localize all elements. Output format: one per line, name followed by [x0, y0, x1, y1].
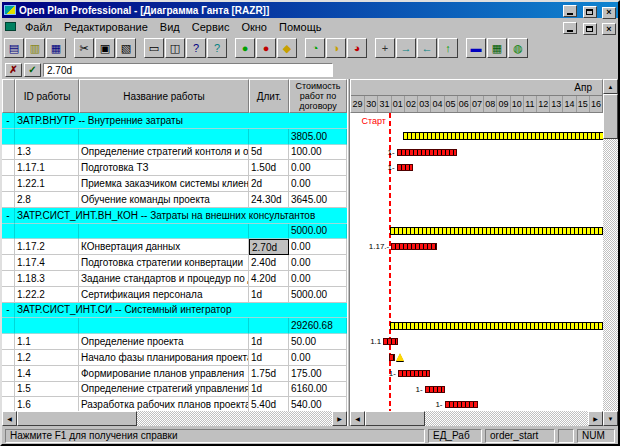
- name-cell[interactable]: Определение стратегий контоля и отч: [79, 145, 249, 161]
- id-cell[interactable]: 1.3: [15, 145, 79, 161]
- cost-cell[interactable]: 5000.00: [289, 224, 347, 240]
- name-cell[interactable]: Определение стратегий управления в: [79, 382, 249, 398]
- summary-bar[interactable]: [390, 227, 603, 235]
- duration-cell[interactable]: 1.50d: [249, 160, 289, 176]
- task-bar[interactable]: 1-: [397, 149, 457, 156]
- expand-cell[interactable]: [2, 271, 15, 287]
- table-row-1.1[interactable]: 1.1Определение проекта1d50.00: [2, 334, 347, 350]
- table-row-1.3[interactable]: 1.3Определение стратегий контоля и отч5d…: [2, 145, 347, 161]
- cost-cell[interactable]: 0.00: [289, 271, 347, 287]
- cost-cell[interactable]: 0.00: [289, 350, 347, 366]
- baseline-lock-button[interactable]: ◆: [277, 38, 297, 58]
- task-bar[interactable]: 1-: [425, 386, 445, 393]
- id-cell[interactable]: 1.1: [15, 334, 79, 350]
- table-row-section[interactable]: -ЗАТР.СИСТ_ИНТ.ВН_КОН -- Затраты на внеш…: [2, 208, 347, 224]
- cost-cell[interactable]: 3645.00: [289, 192, 347, 208]
- duration-cell[interactable]: 24.30d: [249, 192, 289, 208]
- scroll-up-button[interactable]: ▲: [603, 79, 618, 94]
- name-cell[interactable]: КОнвертация данных: [79, 239, 249, 255]
- header-cost[interactable]: Стоимость работ по договору: [289, 79, 347, 113]
- vscroll-track[interactable]: [603, 94, 618, 411]
- save-file-button[interactable]: ▦: [46, 38, 66, 58]
- vscroll-thumb[interactable]: [603, 94, 618, 139]
- expand-cell[interactable]: [2, 366, 15, 382]
- app-icon[interactable]: [4, 5, 16, 15]
- expand-toggle[interactable]: -: [2, 113, 15, 129]
- duration-cell[interactable]: 2.40d: [249, 255, 289, 271]
- duration-cell[interactable]: 1d: [249, 287, 289, 303]
- print-button[interactable]: ▭: [144, 38, 164, 58]
- name-cell[interactable]: Задание стандартов и процедур по д: [79, 271, 249, 287]
- menu-file[interactable]: Файл: [19, 20, 58, 34]
- chart-hscrollbar[interactable]: ◀ ▶: [350, 411, 603, 426]
- clock-early-button[interactable]: ◔: [305, 38, 325, 58]
- network-view-button[interactable]: ◍: [508, 38, 528, 58]
- name-cell[interactable]: Разработка рабочих планов проекта: [79, 397, 249, 411]
- expand-toggle[interactable]: -: [2, 303, 15, 319]
- gantt-view-button[interactable]: ▬: [466, 38, 486, 58]
- id-cell[interactable]: 1.2: [15, 350, 79, 366]
- cut-button[interactable]: ✂: [74, 38, 94, 58]
- name-cell[interactable]: [79, 129, 249, 145]
- id-cell[interactable]: 1.18.3: [15, 271, 79, 287]
- header-name[interactable]: Название работы: [79, 79, 249, 113]
- task-bar[interactable]: [389, 354, 396, 361]
- duration-cell[interactable]: 5.40d: [249, 397, 289, 411]
- copy-button[interactable]: ▣: [95, 38, 115, 58]
- header-duration[interactable]: Длит.: [249, 79, 289, 113]
- expand-cell[interactable]: [2, 318, 15, 334]
- cost-cell[interactable]: 6160.00: [289, 382, 347, 398]
- cost-cell[interactable]: 0.00: [289, 255, 347, 271]
- duration-cell[interactable]: 2d: [249, 176, 289, 192]
- id-cell[interactable]: 1.17.1: [15, 160, 79, 176]
- menu-window[interactable]: Окно: [235, 20, 273, 34]
- table-row-1.5[interactable]: 1.5Определение стратегий управления в1d6…: [2, 382, 347, 398]
- cost-cell[interactable]: 0.00: [289, 176, 347, 192]
- table-hscroll-thumb[interactable]: [17, 411, 137, 426]
- cost-cell[interactable]: 3805.00: [289, 129, 347, 145]
- task-bar[interactable]: 1.17.-: [391, 243, 436, 250]
- table-row-1.6[interactable]: 1.6Разработка рабочих планов проекта5.40…: [2, 397, 347, 411]
- duration-cell[interactable]: [249, 318, 289, 334]
- clock-mid-button[interactable]: ◑: [326, 38, 346, 58]
- table-scroll-left-button[interactable]: ◀: [2, 411, 17, 426]
- duration-cell[interactable]: 4.20d: [249, 271, 289, 287]
- child-restore-button[interactable]: [583, 23, 597, 35]
- new-file-button[interactable]: ▤: [4, 38, 24, 58]
- menu-help[interactable]: Помощь: [273, 20, 328, 34]
- chart-scroll-left-button[interactable]: ◀: [350, 411, 365, 426]
- id-cell[interactable]: 1.17.2: [15, 239, 79, 255]
- table-row-2.8[interactable]: 2.8Обучение команды проекта24.30d3645.00: [2, 192, 347, 208]
- table-row-total[interactable]: 3805.00: [2, 129, 347, 145]
- table-row-1.17.2[interactable]: 1.17.2КОнвертация данных2.70d0.00: [2, 239, 347, 255]
- time-analysis-button[interactable]: ●: [235, 38, 255, 58]
- expand-cell[interactable]: [2, 334, 15, 350]
- spreadsheet-view-button[interactable]: ▦: [487, 38, 507, 58]
- header-id[interactable]: ID работы: [15, 79, 79, 113]
- expand-cell[interactable]: [2, 129, 15, 145]
- table-row-1.4[interactable]: 1.4Формирование планов управления1.75d17…: [2, 366, 347, 382]
- expand-cell[interactable]: [2, 397, 15, 411]
- name-cell[interactable]: Формирование планов управления: [79, 366, 249, 382]
- table-row-1.2[interactable]: 1.2Начало фазы планирования проекта1d0.0…: [2, 350, 347, 366]
- name-cell[interactable]: Подготовка стратегии конвертации: [79, 255, 249, 271]
- name-cell[interactable]: [79, 318, 249, 334]
- section-title-cell[interactable]: ЗАТР.СИСТ_ИНТ.ВН_КОН -- Затраты на внешн…: [15, 208, 347, 224]
- expand-cell[interactable]: [2, 239, 15, 255]
- accept-edit-button[interactable]: ✓: [24, 63, 41, 77]
- summary-bar[interactable]: [403, 132, 603, 140]
- expand-toggle[interactable]: -: [2, 208, 15, 224]
- task-bar[interactable]: 1-: [445, 401, 478, 408]
- scroll-down-button[interactable]: ▼: [603, 411, 618, 426]
- name-cell[interactable]: Приемка заказчиком системы клиент: [79, 176, 249, 192]
- id-cell[interactable]: 1.17.4: [15, 255, 79, 271]
- duration-cell[interactable]: [249, 224, 289, 240]
- expand-cell[interactable]: [2, 192, 15, 208]
- table-row-1.22.2[interactable]: 1.22.2Сертификация персонала1d5000.00: [2, 287, 347, 303]
- expand-cell[interactable]: [2, 350, 15, 366]
- table-row-1.17.4[interactable]: 1.17.4Подготовка стратегии конвертации2.…: [2, 255, 347, 271]
- link-forward-button[interactable]: →: [396, 38, 416, 58]
- expand-cell[interactable]: [2, 145, 15, 161]
- duration-cell[interactable]: 1d: [249, 334, 289, 350]
- table-row-section[interactable]: -ЗАТР.ВНУТР -- Внутренние затраты: [2, 113, 347, 129]
